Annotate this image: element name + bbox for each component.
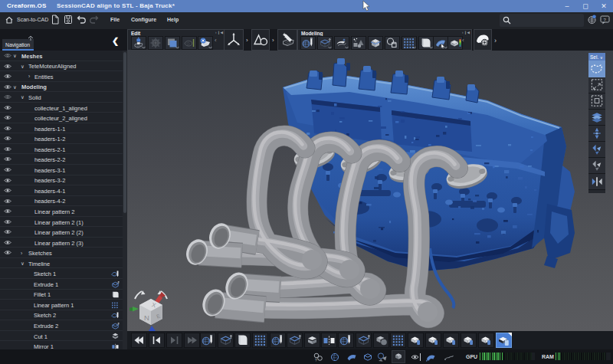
svg-text:?: ? [604, 18, 607, 22]
svg-text:N: N [144, 313, 149, 322]
svg-text:?: ? [315, 358, 317, 362]
